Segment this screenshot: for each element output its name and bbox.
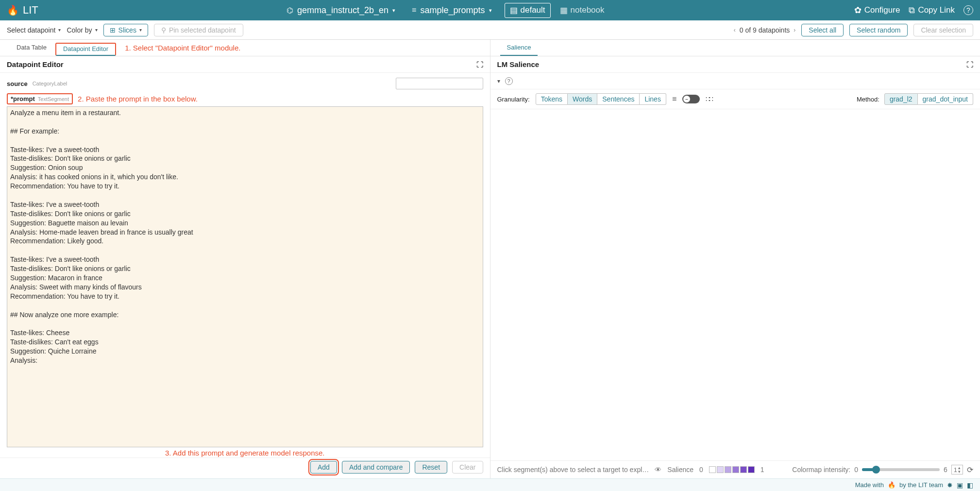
configure-label: Configure xyxy=(864,5,900,15)
layout-default-tab[interactable]: ▤ default xyxy=(505,3,551,18)
select-all-button[interactable]: Select all xyxy=(801,24,844,36)
swatch-2 xyxy=(725,466,731,473)
salience-swatches xyxy=(709,466,755,473)
brand-label: LIT xyxy=(23,4,38,17)
expand-toggle[interactable]: ▾ xyxy=(497,78,500,85)
density-icon[interactable]: ≡ xyxy=(672,95,676,103)
help-button[interactable]: ? xyxy=(963,5,973,15)
right-panel: Salience LM Salience ⛶ ▾ ? Granularity: … xyxy=(490,40,980,478)
toolbar-right: ‹ 0 of 9 datapoints › Select all Select … xyxy=(734,24,973,36)
caret-down-icon: ▾ xyxy=(392,7,395,14)
slices-icon: ⊞ xyxy=(110,26,116,34)
add-compare-button[interactable]: Add and compare xyxy=(342,461,410,474)
db-icon: ≡ xyxy=(412,6,416,15)
tab-datapoint-editor[interactable]: Datapoint Editor xyxy=(55,43,116,56)
annotation-3: 3. Add this prompt and generate model re… xyxy=(7,447,483,457)
slices-button[interactable]: ⊞ Slices ▾ xyxy=(103,24,148,36)
method-label: Method: xyxy=(857,96,879,103)
reset-button[interactable]: Reset xyxy=(415,461,447,474)
cmap-max: 6 xyxy=(944,466,947,474)
cmap-value-box[interactable]: 1 ▴▾ xyxy=(951,465,963,474)
slices-label: Slices xyxy=(118,26,136,34)
help-icon[interactable]: ? xyxy=(505,77,513,85)
chip-sentences[interactable]: Sentences xyxy=(597,93,640,105)
salience-toolbar: ▾ ? xyxy=(490,73,980,89)
left-module-tabs: Data Table Datapoint Editor 1. Select "D… xyxy=(0,40,490,56)
method-grad-dot[interactable]: grad_dot_input xyxy=(918,93,973,105)
salience-label: Salience xyxy=(667,466,693,474)
copy-link-label: Copy Link xyxy=(918,5,955,15)
toolbar: Select datapoint ▾ Color by ▾ ⊞ Slices ▾… xyxy=(0,20,980,40)
left-header: Datapoint Editor ⛶ xyxy=(0,56,490,73)
tab-data-table[interactable]: Data Table xyxy=(10,40,53,56)
swatch-3 xyxy=(732,466,739,473)
salience-body xyxy=(490,109,980,460)
next-button[interactable]: › xyxy=(794,27,795,34)
configure-button[interactable]: ✿ Configure xyxy=(854,5,900,16)
layout-icon: ▤ xyxy=(510,5,518,16)
footer: Made with 🔥 by the LIT team ✸ ▣ ◧ xyxy=(0,478,980,491)
stepper-icon: ▴▾ xyxy=(958,466,961,474)
topbar: 🔥 LIT ⌬ gemma_instruct_2b_en ▾ ≡ sample_… xyxy=(0,0,980,20)
swatch-4 xyxy=(740,466,747,473)
left-inner: source CategoryLabel *prompt TextSegment… xyxy=(0,73,490,457)
counter: ‹ 0 of 9 datapoints › xyxy=(734,26,796,34)
swatch-1 xyxy=(717,466,724,473)
dataset-label: sample_prompts xyxy=(420,5,485,16)
annotation-1: 1. Select "Datapoint Editor" module. xyxy=(125,44,240,52)
salience-controls: Granularity: Tokens Words Sentences Line… xyxy=(490,89,980,109)
layout-notebook-tab[interactable]: ▦ notebook xyxy=(555,3,610,18)
prompt-field-row: *prompt TextSegment 2. Paste the prompt … xyxy=(7,93,483,104)
clear-button: Clear xyxy=(452,461,483,474)
prompt-textarea[interactable] xyxy=(7,106,483,447)
method-grad-l2[interactable]: grad_l2 xyxy=(884,93,918,105)
chip-words[interactable]: Words xyxy=(568,93,597,105)
prompt-type: TextSegment xyxy=(38,96,69,102)
fullscreen-icon[interactable]: ⛶ xyxy=(966,61,973,68)
footer-made: Made with xyxy=(855,481,884,489)
model-select[interactable]: ⌬ gemma_instruct_2b_en ▾ xyxy=(283,3,399,17)
granularity-chips: Tokens Words Sentences Lines xyxy=(536,93,666,105)
gear-icon: ✿ xyxy=(854,5,862,16)
grid-icon: ▦ xyxy=(560,5,568,16)
prev-button[interactable]: ‹ xyxy=(734,27,736,34)
colormap-area: Colormap intensity: 0 6 1 ▴▾ ⟳ xyxy=(792,465,973,474)
clear-selection-button: Clear selection xyxy=(913,24,973,36)
fullscreen-icon[interactable]: ⛶ xyxy=(476,61,483,68)
source-input[interactable] xyxy=(396,78,483,89)
layout-notebook-label: notebook xyxy=(571,5,605,15)
bug-icon[interactable]: ✸ xyxy=(947,481,953,489)
eye-icon[interactable]: 👁 xyxy=(655,466,661,474)
color-by-menu[interactable]: Color by ▾ xyxy=(67,26,97,34)
cmap-label: Colormap intensity: xyxy=(792,466,850,474)
source-type: CategoryLabel xyxy=(33,81,68,86)
source-label: source xyxy=(7,80,28,87)
refresh-icon[interactable]: ⟳ xyxy=(967,465,973,474)
right-module-tabs: Salience xyxy=(490,40,980,56)
salience-max: 1 xyxy=(760,466,764,474)
annotation-2: 2. Paste the prompt in the box below. xyxy=(78,95,198,103)
layout-tabs: ▤ default ▦ notebook xyxy=(505,3,610,18)
link-icon: ⧉ xyxy=(909,5,915,16)
pin-icon: ⚲ xyxy=(161,26,166,34)
select-datapoint-label: Select datapoint xyxy=(7,26,55,34)
salience-footer: Click segment(s) above to select a targe… xyxy=(490,460,980,478)
chip-tokens[interactable]: Tokens xyxy=(536,93,568,105)
doc-icon[interactable]: ▣ xyxy=(957,481,963,489)
tab-salience[interactable]: Salience xyxy=(500,40,538,56)
left-panel: Data Table Datapoint Editor 1. Select "D… xyxy=(0,40,490,478)
editor-actions: Add Add and compare Reset Clear xyxy=(0,457,490,478)
copy-link-button[interactable]: ⧉ Copy Link xyxy=(909,5,955,16)
select-datapoint-menu[interactable]: Select datapoint ▾ xyxy=(7,26,61,34)
chip-lines[interactable]: Lines xyxy=(640,93,666,105)
color-by-label: Color by xyxy=(67,26,92,34)
left-header-title: Datapoint Editor xyxy=(7,60,64,68)
cmap-slider[interactable] xyxy=(862,468,940,471)
feedback-icon[interactable]: ◧ xyxy=(967,481,973,489)
add-button[interactable]: Add xyxy=(310,461,337,474)
select-random-button[interactable]: Select random xyxy=(849,24,908,36)
grid-icon[interactable]: ∷∷ xyxy=(706,95,712,103)
dataset-select[interactable]: ≡ sample_prompts ▾ xyxy=(408,3,495,17)
topbar-center: ⌬ gemma_instruct_2b_en ▾ ≡ sample_prompt… xyxy=(45,3,847,18)
mode-toggle[interactable]: − xyxy=(682,95,700,103)
